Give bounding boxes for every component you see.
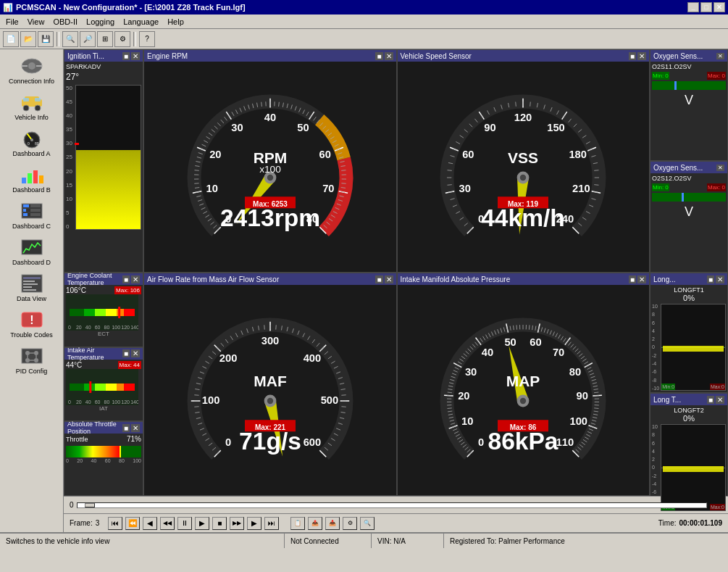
close-button[interactable]: ✕: [714, 2, 725, 12]
play-button[interactable]: ▶: [195, 517, 209, 530]
step-forward-button[interactable]: ▶: [247, 517, 262, 530]
sidebar-item-connection[interactable]: Connection Info: [3, 52, 61, 87]
ect-minimize[interactable]: ■: [122, 275, 130, 283]
iat-label: IAT: [66, 405, 141, 412]
iat-minimize[interactable]: ■: [122, 349, 130, 357]
fit-button[interactable]: ⊞: [97, 31, 113, 47]
throttle-panel: Absolute Throttle Position ■ ✕ Throttle …: [64, 421, 143, 496]
zoom-in-button[interactable]: 🔍: [62, 31, 78, 47]
rpm-header: Engine RPM ■ ✕: [144, 50, 396, 62]
help-button[interactable]: ?: [139, 31, 155, 47]
iat-max: Max: 44: [118, 361, 141, 369]
o2s11-title: Oxygen Sens...: [653, 52, 703, 60]
sidebar-item-dashboard-c[interactable]: Dashboard C: [3, 197, 61, 232]
o2s12-close[interactable]: ✕: [716, 165, 724, 171]
menu-file[interactable]: File: [1, 16, 23, 28]
map-close[interactable]: ✕: [637, 275, 646, 283]
menu-help[interactable]: Help: [163, 16, 188, 28]
longft1-title: Long...: [653, 275, 676, 283]
export-button[interactable]: 📤: [308, 517, 322, 530]
open-button[interactable]: 📂: [20, 31, 36, 47]
iat-content: 44°C Max: 44 IAT: [64, 360, 143, 413]
vss-minimize[interactable]: ■: [629, 52, 636, 60]
menu-logging[interactable]: Logging: [82, 16, 119, 28]
iat-title: Intake Air Temperature: [67, 347, 122, 361]
svg-point-40: [34, 351, 38, 355]
ignition-close[interactable]: ✕: [131, 52, 140, 60]
o2s11-panel: Oxygen Sens... ✕ O2S11.O2SV Min: 0 Max: …: [650, 49, 728, 161]
o2s12-title: Oxygen Sens...: [653, 164, 703, 172]
scroll-track[interactable]: [77, 502, 708, 508]
longft1-minimize[interactable]: ■: [707, 275, 714, 283]
rpm-minimize[interactable]: ■: [375, 52, 382, 60]
settings-button[interactable]: ⚙: [114, 31, 130, 47]
ect-close[interactable]: ✕: [131, 275, 140, 283]
zoom-out-button[interactable]: 🔎: [80, 31, 96, 47]
toolbar-separator-2: [133, 32, 136, 46]
longft2-label: LONGFT2: [652, 407, 726, 414]
status-registered-section: Registered To: Palmer Performance: [444, 534, 728, 548]
save-button[interactable]: 💾: [38, 31, 54, 47]
goto-end-button[interactable]: ⏭: [264, 517, 279, 530]
o2s11-close[interactable]: ✕: [716, 53, 724, 59]
toolbar-separator-1: [57, 32, 59, 46]
iat-canvas: [66, 369, 138, 405]
maf-close[interactable]: ✕: [385, 275, 393, 283]
rpm-close[interactable]: ✕: [385, 52, 393, 60]
ignition-minimize[interactable]: ■: [122, 52, 130, 60]
throttle-title: Absolute Throttle Position: [67, 420, 122, 435]
sidebar-item-pid-config[interactable]: PID Config: [3, 342, 61, 377]
vss-close[interactable]: ✕: [637, 52, 646, 60]
longft2-minimize[interactable]: ■: [707, 396, 714, 404]
title-bar-controls[interactable]: _ □ ✕: [687, 2, 725, 12]
sidebar-item-dashboard-b[interactable]: Dashboard B: [3, 161, 61, 196]
status-registered: Registered To: Palmer Performance: [450, 537, 565, 545]
zoom-button[interactable]: 🔍: [360, 517, 375, 530]
ignition-timing-title: Ignition Ti...: [67, 52, 104, 60]
minimize-button[interactable]: _: [687, 2, 699, 12]
svg-text:80: 80: [35, 141, 39, 146]
copy-button[interactable]: 📋: [290, 517, 305, 530]
new-button[interactable]: 📄: [3, 31, 19, 47]
sidebar-item-trouble-codes[interactable]: ! Trouble Codes: [3, 306, 61, 341]
step-back-button[interactable]: ◀: [143, 517, 157, 530]
ignition-timing-panel: Ignition Ti... ■ ✕ SPARKADV 27°: [64, 49, 143, 273]
import-button[interactable]: 📥: [325, 517, 340, 530]
slow-back-button[interactable]: ◀◀: [160, 517, 175, 530]
sidebar: Connection Info Vehicle Info: [0, 49, 64, 532]
maximize-button[interactable]: □: [700, 2, 712, 12]
pause-button[interactable]: ⏸: [177, 517, 192, 530]
svg-point-39: [25, 351, 30, 355]
stop-button[interactable]: ■: [212, 517, 227, 530]
slow-forward-button[interactable]: ▶▶: [230, 517, 244, 530]
rewind-button[interactable]: ⏪: [125, 517, 140, 530]
ignition-timing-header: Ignition Ti... ■ ✕: [64, 50, 143, 62]
sidebar-item-dashboard-d[interactable]: Dashboard D: [3, 233, 61, 268]
sidebar-item-dashboard-a[interactable]: 0 80 Dashboard A: [3, 125, 61, 159]
settings2-button[interactable]: ⚙: [343, 517, 357, 530]
menu-obd2[interactable]: OBD-II: [49, 16, 82, 28]
o2s12-content: O2S12.O2SV Min: 0 Max: 0 V: [650, 173, 727, 221]
o2s12-panel: Oxygen Sens... ✕ O2S12.O2SV Min: 0 Max: …: [650, 161, 728, 273]
menu-view[interactable]: View: [23, 16, 49, 28]
status-connection: Not Connected: [290, 537, 339, 545]
sidebar-label-dashboard-b: Dashboard B: [12, 186, 51, 194]
goto-start-button[interactable]: ⏮: [108, 517, 122, 530]
map-minimize[interactable]: ■: [629, 275, 636, 283]
sidebar-label-pid-config: PID Config: [16, 368, 48, 375]
longft2-close[interactable]: ✕: [716, 396, 724, 404]
maf-minimize[interactable]: ■: [375, 275, 382, 283]
svg-point-42: [34, 358, 38, 362]
svg-rect-32: [23, 281, 35, 282]
ect-panel: Engine Coolant Temperature ■ ✕ 106°C Max…: [64, 273, 143, 347]
o2s12-bar: [652, 193, 726, 202]
sidebar-item-data-view[interactable]: Data View: [3, 270, 61, 304]
longft1-close[interactable]: ✕: [716, 275, 724, 283]
iat-close[interactable]: ✕: [131, 349, 140, 357]
menu-language[interactable]: Language: [119, 16, 163, 28]
throttle-close[interactable]: ✕: [131, 424, 140, 432]
throttle-minimize[interactable]: ■: [122, 424, 130, 432]
scroll-thumb[interactable]: [85, 503, 95, 507]
sidebar-item-vehicle[interactable]: Vehicle Info: [3, 88, 61, 123]
scroll-area: 0 162: [64, 496, 728, 513]
